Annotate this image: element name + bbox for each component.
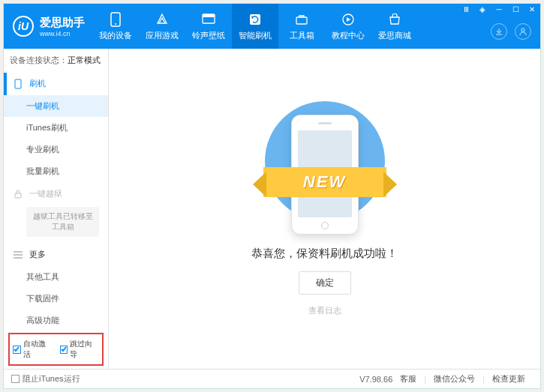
body: 设备连接状态：正常模式 刷机 一键刷机 iTunes刷机 专业刷机 批量刷机 一… [4,49,540,369]
sidebar-section-flash[interactable]: 刷机 [4,72,108,95]
titlebar: iU 爱思助手 www.i4.cn 我的设备 应用游戏 铃声壁纸 智能刷机 工具… [4,4,540,49]
footer-wechat[interactable]: 微信公众号 [426,373,482,385]
user-controls [491,23,531,40]
svg-point-7 [521,28,524,31]
jailbreak-note: 越狱工具已转移至工具箱 [26,207,99,237]
svg-rect-3 [203,14,215,17]
logo: iU 爱思助手 www.i4.cn [4,16,85,37]
wallpaper-icon [201,12,216,27]
sidebar-item-itunes-flash[interactable]: iTunes刷机 [4,117,108,139]
store-icon [387,12,402,27]
footer: 阻止iTunes运行 V7.98.66 客服 | 微信公众号 | 检查更新 [4,369,540,388]
phone-icon [108,12,123,27]
menu-icon[interactable]: Ⅲ [461,5,471,13]
download-button[interactable] [491,23,507,40]
logo-icon: iU [13,16,34,37]
nav-toolbox[interactable]: 工具箱 [278,4,325,49]
main-content: NEW 恭喜您，保资料刷机成功啦！ 确定 查看日志 [109,49,540,369]
success-message: 恭喜您，保资料刷机成功啦！ [251,247,398,261]
connection-status: 设备连接状态：正常模式 [4,49,108,72]
nav-tutorial[interactable]: 教程中心 [325,4,371,49]
app-url: www.i4.cn [40,30,85,37]
confirm-button[interactable]: 确定 [299,271,351,295]
svg-rect-8 [15,79,21,88]
user-button[interactable] [515,23,531,40]
nav-flash[interactable]: 智能刷机 [232,4,278,49]
checkbox-block-itunes[interactable]: 阻止iTunes运行 [11,373,80,385]
app-window: iU 爱思助手 www.i4.cn 我的设备 应用游戏 铃声壁纸 智能刷机 工具… [3,3,541,389]
svg-rect-4 [250,14,260,25]
skin-icon[interactable]: ◈ [477,5,488,13]
checkbox-skip-wizard[interactable]: 跳过向导 [60,339,100,360]
sidebar-item-firmware[interactable]: 下载固件 [4,288,108,310]
phone-icon [13,79,23,89]
flash-icon [248,12,263,27]
nav-ringtone[interactable]: 铃声壁纸 [185,4,232,49]
checkbox-highlight-area: 自动激活 跳过向导 [8,333,104,366]
lock-icon [13,189,23,199]
svg-rect-5 [296,17,307,24]
svg-rect-9 [15,193,21,198]
checkbox-auto-activate[interactable]: 自动激活 [13,339,53,360]
close-button[interactable]: ✕ [527,5,537,13]
active-indicator [4,73,7,95]
apps-icon [155,12,170,27]
svg-point-1 [115,23,116,25]
tutorial-icon [341,12,356,27]
sidebar-item-pro-flash[interactable]: 专业刷机 [4,139,108,160]
new-banner-text: NEW [303,172,346,192]
sidebar-section-jailbreak[interactable]: 一键越狱 [4,182,108,205]
sidebar-item-other-tools[interactable]: 其他工具 [4,266,108,288]
sidebar-item-oneclick-flash[interactable]: 一键刷机 [4,95,108,117]
more-icon [13,250,23,260]
footer-service[interactable]: 客服 [392,373,424,385]
sidebar-item-advanced[interactable]: 高级功能 [4,310,108,331]
success-illustration: NEW [272,101,377,236]
toolbox-icon [294,12,309,27]
window-controls: Ⅲ ◈ ─ ☐ ✕ [461,5,537,13]
app-title: 爱思助手 [40,16,85,30]
main-nav: 我的设备 应用游戏 铃声壁纸 智能刷机 工具箱 教程中心 爱思商城 [92,4,418,49]
view-log-link[interactable]: 查看日志 [308,305,341,316]
sidebar-item-batch-flash[interactable]: 批量刷机 [4,160,108,182]
sidebar: 设备连接状态：正常模式 刷机 一键刷机 iTunes刷机 专业刷机 批量刷机 一… [4,49,109,369]
nav-my-device[interactable]: 我的设备 [92,4,139,49]
nav-apps[interactable]: 应用游戏 [139,4,185,49]
footer-update[interactable]: 检查更新 [485,373,533,385]
version-label: V7.98.66 [359,375,392,384]
maximize-button[interactable]: ☐ [510,5,521,13]
minimize-button[interactable]: ─ [494,5,504,13]
sidebar-section-more[interactable]: 更多 [4,243,108,266]
nav-store[interactable]: 爱思商城 [371,4,418,49]
